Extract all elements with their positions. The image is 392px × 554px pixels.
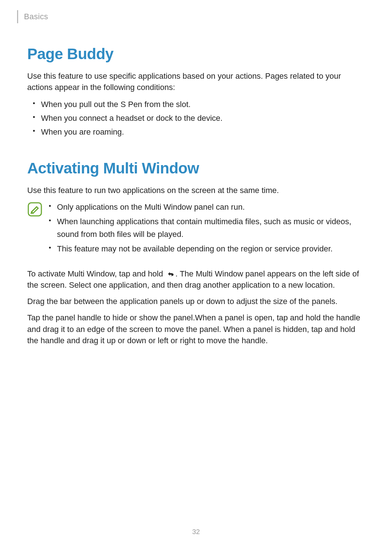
list-item: When you connect a headset or dock to th…	[41, 112, 365, 124]
text-before-icon: To activate Multi Window, tap and hold	[27, 269, 165, 278]
bullet-icon	[49, 247, 51, 249]
bullet-icon	[33, 130, 35, 132]
list-item-text: Only applications on the Multi Window pa…	[57, 202, 245, 212]
list-item-text: This feature may not be available depend…	[57, 244, 332, 253]
section-title-multi-window: Activating Multi Window	[27, 160, 365, 177]
back-key-icon	[165, 269, 175, 275]
multi-window-intro: Use this feature to run two applications…	[27, 185, 365, 196]
multi-window-resize-paragraph: Drag the bar between the application pan…	[27, 296, 365, 307]
list-item-text: When you are roaming.	[41, 127, 124, 136]
list-item-text: When you connect a headset or dock to th…	[41, 114, 222, 123]
list-item: Only applications on the Multi Window pa…	[57, 201, 365, 213]
note-block: Only applications on the Multi Window pa…	[27, 201, 365, 257]
list-item: When you are roaming.	[41, 126, 365, 138]
list-item-text: When you pull out the S Pen from the slo…	[41, 100, 191, 109]
page-buddy-intro: Use this feature to use specific applica…	[27, 70, 365, 93]
bullet-icon	[49, 219, 51, 221]
note-list: Only applications on the Multi Window pa…	[48, 201, 365, 257]
multi-window-handle-paragraph: Tap the panel handle to hide or show the…	[27, 312, 365, 346]
bullet-icon	[33, 102, 35, 104]
header-divider	[17, 10, 18, 23]
list-item: When launching applications that contain…	[57, 216, 365, 240]
page-buddy-conditions-list: When you pull out the S Pen from the slo…	[27, 98, 365, 138]
section-title-page-buddy: Page Buddy	[27, 46, 365, 62]
page: Basics Page Buddy Use this feature to us…	[0, 0, 392, 554]
note-icon	[27, 202, 42, 217]
bullet-icon	[49, 205, 51, 207]
header-row: Basics	[27, 10, 365, 23]
bullet-icon	[33, 116, 35, 118]
page-number: 32	[0, 528, 392, 536]
list-item: This feature may not be available depend…	[57, 243, 365, 255]
list-item-text: When launching applications that contain…	[57, 217, 351, 238]
list-item: When you pull out the S Pen from the slo…	[41, 98, 365, 111]
multi-window-activate-paragraph: To activate Multi Window, tap and hold .…	[27, 268, 365, 291]
breadcrumb: Basics	[24, 12, 48, 21]
